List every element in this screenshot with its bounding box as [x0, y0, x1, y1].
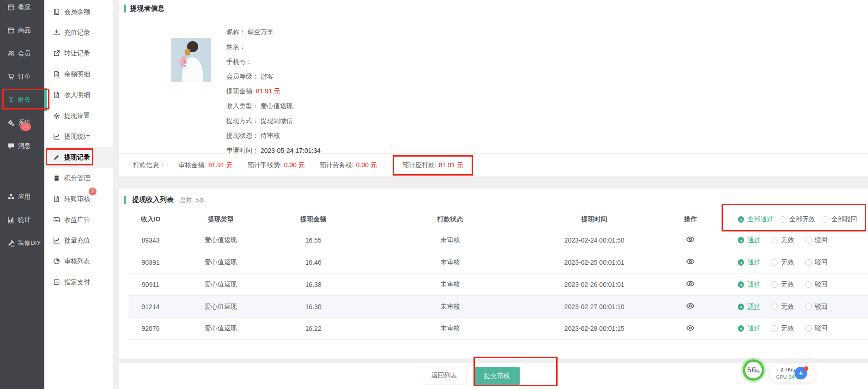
finance-submenu-list: 会员余额 充值记录 转让记录 余额明细 收入明细 提现设置 提现统计 提现记录 … [44, 1, 113, 292]
submenu-item-member-balance[interactable]: 会员余额 [44, 1, 113, 22]
submenu-item-batch-recharge[interactable]: 批量充值 [44, 230, 113, 251]
usage-percent: 56 [747, 365, 756, 375]
field-phone: 手机号： [226, 55, 868, 69]
radio-label: 无效 [781, 303, 794, 311]
row-approve-radio[interactable]: 通过 [738, 324, 760, 333]
memory-usage-circle[interactable]: 56% [743, 359, 764, 381]
members-icon [7, 50, 15, 57]
primary-sidebar: 概况 商品 会员 订单 财务 系统 消息... 应用 统计 装修DIY [0, 0, 44, 389]
section-title-text: 提现者信息 [130, 4, 164, 13]
row-invalid-radio[interactable]: 无效 [771, 236, 794, 244]
payment-item-value: 81.91 元 [208, 161, 233, 169]
sidebar-item-messages[interactable]: 消息... [0, 134, 44, 158]
finance-submenu: 会员余额 充值记录 转让记录 余额明细 收入明细 提现设置 提现统计 提现记录 … [44, 0, 113, 389]
sidebar-item-goods[interactable]: 商品 [0, 19, 44, 42]
radio-icon [738, 216, 744, 223]
submenu-item-withdraw-stats[interactable]: 提现统计 [44, 126, 113, 147]
bulk-approve-all-radio[interactable]: 全部通过 [738, 215, 773, 224]
messages-badge: ... [20, 123, 31, 131]
field-value: 提现到微信 [261, 117, 293, 125]
row-approve-radio[interactable]: 通过 [738, 280, 760, 289]
radio-icon [805, 304, 812, 310]
row-approve-radio[interactable]: 通过 [738, 303, 760, 311]
submenu-item-label: 提现记录 [64, 153, 90, 162]
bulk-reject-all-radio[interactable]: 全部驳回 [822, 215, 857, 224]
row-invalid-radio[interactable]: 无效 [771, 324, 794, 333]
file-icon [53, 71, 60, 78]
row-reject-radio[interactable]: 驳回 [805, 324, 828, 333]
view-detail-eye-icon[interactable] [686, 236, 695, 243]
sidebar-item-apps[interactable]: 应用 [0, 185, 44, 208]
radio-label: 无效 [781, 258, 794, 267]
view-detail-eye-icon[interactable] [686, 302, 695, 310]
pie-chart-icon [53, 258, 60, 265]
orders-cart-icon [7, 73, 15, 80]
field-label: 提现方式： [226, 117, 259, 125]
submenu-item-review-list[interactable]: 审核列表 [44, 251, 113, 272]
submenu-item-points-management[interactable]: 积分管理 [44, 168, 113, 188]
field-value: 晴空万李 [248, 28, 273, 36]
book-icon [53, 8, 60, 15]
cell-withdraw-time: 2023-02-25 00:01:01 [543, 259, 646, 266]
row-reject-radio[interactable]: 驳回 [805, 236, 828, 244]
row-action-group: 通过 无效 驳回 [735, 280, 868, 289]
view-detail-eye-icon[interactable] [686, 280, 695, 287]
sidebar-item-diy[interactable]: 装修DIY [0, 231, 44, 255]
cell-withdraw-type: 爱心值返现 [173, 303, 269, 311]
sidebar-item-label: 装修DIY [18, 239, 41, 247]
cpu-label: CPU [776, 374, 787, 380]
transfer-review-badge: 2 [89, 188, 97, 195]
view-detail-eye-icon[interactable] [686, 258, 695, 265]
field-label: 提现金额: [226, 87, 254, 96]
row-invalid-radio[interactable]: 无效 [771, 258, 794, 267]
row-reject-radio[interactable]: 驳回 [805, 280, 828, 289]
field-value: 游客 [261, 73, 273, 81]
back-to-list-button[interactable]: 返回列表 [422, 367, 467, 384]
plus-icon[interactable]: + [795, 367, 807, 379]
sidebar-item-stats[interactable]: 统计 [0, 208, 44, 231]
row-reject-radio[interactable]: 驳回 [805, 303, 828, 311]
submenu-item-designated-payment[interactable]: 指定支付 [44, 272, 113, 292]
radio-icon [771, 281, 778, 288]
radio-label: 通过 [747, 324, 760, 333]
bulk-invalid-all-radio[interactable]: 全部无效 [780, 215, 815, 224]
submenu-item-transfer-review[interactable]: 转账审核2 [44, 188, 113, 209]
income-table: 收入ID 提现类型 提现金额 打款状态 提现时间 操作 全部通过 全部无效 全部… [128, 210, 868, 340]
withdrawer-fields: 昵称：晴空万李 姓名： 手机号： 会员等级：游客 提现金额:81.91 元 收入… [226, 13, 868, 158]
submit-review-button[interactable]: 提交审核 [474, 367, 520, 385]
apps-icon [7, 193, 15, 201]
submenu-item-income-details[interactable]: 收入明细 [44, 85, 113, 105]
cell-withdraw-type: 爱心值返现 [173, 324, 269, 333]
income-list-header: 提现收入列表 总数: 5条 [119, 188, 868, 204]
cell-income-id: 90911 [128, 281, 173, 288]
sidebar-item-finance[interactable]: 财务 [0, 88, 44, 111]
row-reject-radio[interactable]: 驳回 [805, 258, 828, 267]
admin-app: 概况 商品 会员 订单 财务 系统 消息... 应用 统计 装修DIY 会员余额… [0, 0, 868, 389]
sidebar-item-orders[interactable]: 订单 [0, 65, 44, 88]
payment-item-value: 0.00 元 [356, 161, 377, 169]
row-invalid-radio[interactable]: 无效 [771, 280, 794, 289]
sidebar-item-label: 消息 [18, 142, 30, 150]
field-label: 昵称： [226, 28, 246, 36]
goods-icon [7, 27, 15, 34]
submenu-item-balance-details[interactable]: 余额明细 [44, 64, 113, 85]
sidebar-item-members[interactable]: 会员 [0, 42, 44, 65]
submenu-item-recharge-records[interactable]: 充值记录 [44, 22, 113, 43]
submenu-item-withdraw-records[interactable]: 提现记录 [44, 147, 113, 168]
row-approve-radio[interactable]: 通过 [738, 258, 760, 267]
payment-expected-annotation-box: 预计应打款:81.91 元 [393, 155, 473, 176]
submenu-item-revenue-ads[interactable]: 收益广告 [44, 209, 113, 230]
cell-withdraw-time: 2023-02-24 00:01:50 [543, 237, 646, 244]
pencil-icon [53, 154, 60, 161]
sidebar-item-overview[interactable]: 概况 [0, 0, 44, 19]
submenu-item-withdraw-settings[interactable]: 提现设置 [44, 105, 113, 126]
active-menu-marker [44, 88, 47, 111]
submenu-item-transfer-records[interactable]: 转让记录 [44, 43, 113, 64]
radio-label: 通过 [747, 236, 760, 244]
up-arrow-icon: ↑ [776, 367, 779, 372]
row-approve-radio[interactable]: 通过 [738, 236, 760, 244]
row-invalid-radio[interactable]: 无效 [771, 303, 794, 311]
finance-yen-icon [7, 96, 15, 103]
view-detail-eye-icon[interactable] [686, 324, 695, 332]
cell-withdraw-time: 2023-02-28 00:01:15 [543, 325, 646, 332]
